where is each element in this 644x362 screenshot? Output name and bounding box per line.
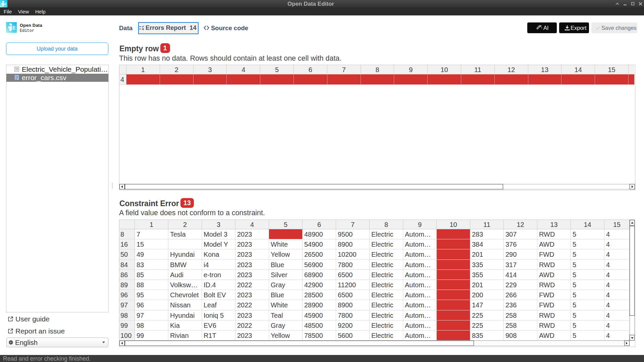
svg-text:E: E [12,25,15,31]
